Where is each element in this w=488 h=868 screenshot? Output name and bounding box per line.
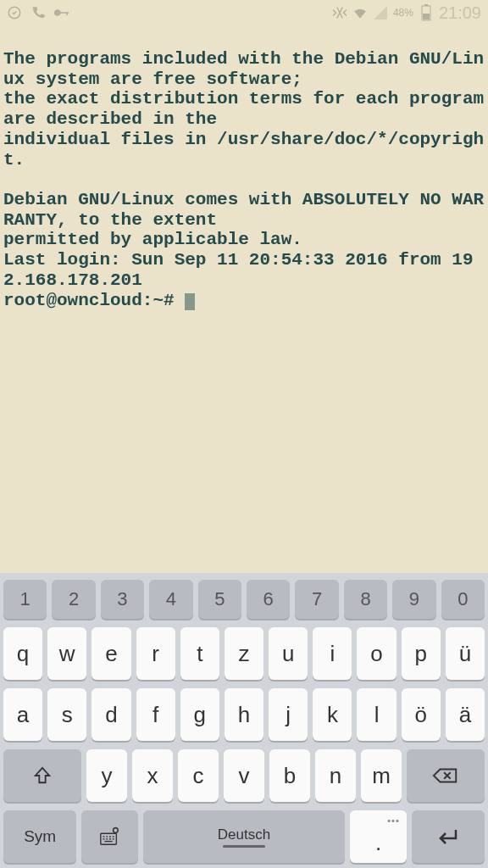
sync-icon [7, 5, 22, 20]
key-h[interactable]: h [225, 688, 263, 741]
terminal-line: permitted by applicable law. [3, 230, 485, 250]
key-w[interactable]: w [47, 627, 86, 680]
key-ue[interactable]: ü [446, 627, 485, 680]
key-3[interactable]: 3 [101, 580, 144, 619]
key-row-asdf: a s d f g h j k l ö ä [3, 688, 485, 741]
clock: 21:09 [439, 3, 481, 23]
key-row-qwertz: q w e r t z u i o p ü [3, 627, 485, 680]
key-r[interactable]: r [136, 627, 175, 680]
key-d[interactable]: d [92, 688, 130, 741]
terminal-blank [3, 170, 485, 190]
space-bar-icon [223, 845, 265, 848]
key-sym[interactable]: Sym [3, 810, 76, 863]
status-right: 48% 21:09 [332, 3, 481, 23]
enter-icon [435, 826, 461, 847]
settings-keyboard-icon [98, 826, 120, 848]
key-c[interactable]: c [178, 749, 219, 802]
key-7[interactable]: 7 [295, 580, 338, 619]
terminal-line: Debian GNU/Linux comes with ABSOLUTELY N… [3, 190, 485, 230]
shift-icon [33, 765, 52, 786]
key-enter[interactable] [412, 810, 485, 863]
terminal-line: individual files in /usr/share/doc/*/cop… [3, 130, 485, 170]
key-a[interactable]: a [3, 688, 42, 741]
key-oe[interactable]: ö [402, 688, 441, 741]
key-space[interactable]: Deutsch [143, 810, 346, 863]
key-8[interactable]: 8 [344, 580, 387, 619]
key-p[interactable]: p [402, 627, 441, 680]
key-u[interactable]: u [269, 627, 308, 680]
key-q[interactable]: q [3, 627, 42, 680]
key-i[interactable]: i [313, 627, 352, 680]
key-z[interactable]: z [225, 627, 263, 680]
key-row-yxcv: y x c v b n m [3, 749, 485, 802]
terminal-prompt: root@owncloud:~# [3, 291, 185, 310]
terminal-line: Last login: Sun Sep 11 20:54:33 2016 fro… [3, 250, 485, 290]
key-shift[interactable] [3, 749, 81, 802]
key-1[interactable]: 1 [3, 580, 47, 619]
key-ae[interactable]: ä [446, 688, 485, 741]
key-2[interactable]: 2 [52, 580, 95, 619]
key-backspace[interactable] [407, 749, 485, 802]
key-settings[interactable] [81, 810, 137, 863]
key-f[interactable]: f [136, 688, 175, 741]
key-n[interactable]: n [315, 749, 356, 802]
svg-rect-6 [423, 14, 430, 19]
space-label: Deutsch [218, 826, 270, 843]
vibrate-icon [332, 5, 347, 20]
terminal-line: The programs included with the Debian GN… [3, 49, 485, 89]
key-o[interactable]: o [357, 627, 396, 680]
key-v[interactable]: v [224, 749, 264, 802]
key-l[interactable]: l [357, 688, 396, 741]
status-left [7, 5, 69, 20]
key-j[interactable]: j [269, 688, 308, 741]
wifi-icon [352, 5, 368, 20]
key-row-numbers: 1 2 3 4 5 6 7 8 9 0 [3, 580, 485, 619]
key-period[interactable]: ••• . [350, 810, 406, 863]
key-k[interactable]: k [313, 688, 352, 741]
battery-percent: 48% [393, 7, 413, 19]
phone-icon [30, 5, 46, 20]
status-bar: 48% 21:09 [0, 0, 488, 25]
soft-keyboard: 1 2 3 4 5 6 7 8 9 0 q w e r t z u i o p … [0, 573, 488, 868]
key-y[interactable]: y [86, 749, 127, 802]
key-0[interactable]: 0 [441, 580, 485, 619]
backspace-icon [432, 766, 459, 785]
key-b[interactable]: b [269, 749, 310, 802]
cursor-icon [185, 293, 195, 310]
key-e[interactable]: e [92, 627, 130, 680]
key-x[interactable]: x [132, 749, 173, 802]
svg-rect-3 [66, 12, 68, 15]
key-g[interactable]: g [180, 688, 219, 741]
period-label: . [375, 830, 381, 856]
key-5[interactable]: 5 [198, 580, 241, 619]
period-hint-dots: ••• [387, 815, 400, 826]
terminal-output[interactable]: The programs included with the Debian GN… [0, 25, 488, 314]
key-t[interactable]: t [180, 627, 219, 680]
key-6[interactable]: 6 [247, 580, 290, 619]
key-9[interactable]: 9 [392, 580, 435, 619]
key-icon [54, 5, 69, 20]
key-m[interactable]: m [361, 749, 402, 802]
terminal-line: the exact distribution terms for each pr… [3, 89, 485, 129]
svg-point-1 [54, 9, 61, 16]
key-4[interactable]: 4 [149, 580, 192, 619]
signal-icon [373, 5, 388, 20]
battery-icon [419, 5, 434, 20]
key-s[interactable]: s [47, 688, 86, 741]
key-row-bottom: Sym Deutsch ••• . [3, 810, 485, 863]
